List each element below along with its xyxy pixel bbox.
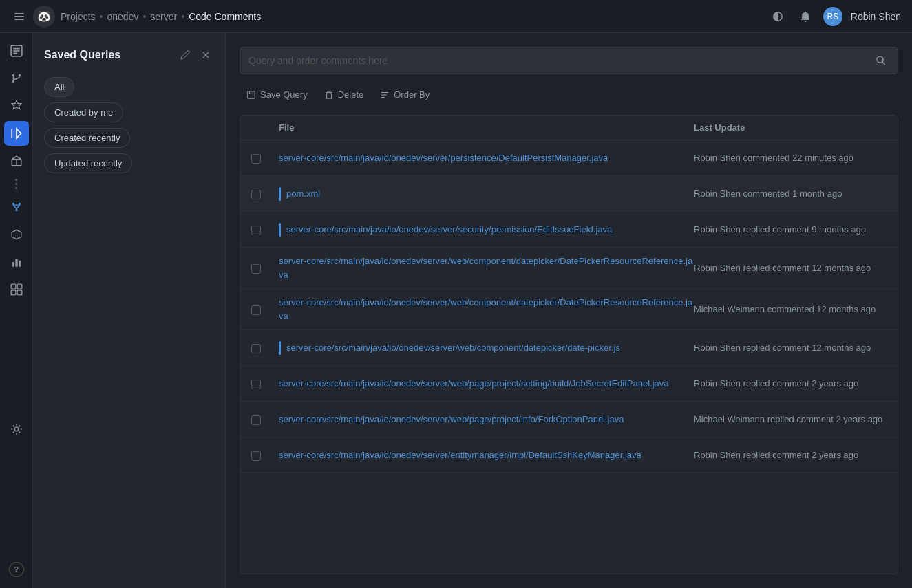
filter-section: All Created by me Created recently Updat…	[44, 77, 214, 173]
checkbox-4[interactable]	[251, 305, 261, 315]
svg-line-18	[13, 205, 17, 209]
checkbox-5[interactable]	[251, 344, 261, 353]
breadcrumb: Projects • onedev • server • Code Commen…	[61, 11, 261, 22]
file-path-4[interactable]: server-core/src/main/java/io/onedev/serv…	[279, 296, 694, 323]
svg-rect-0	[14, 13, 24, 14]
breadcrumb-projects[interactable]: Projects	[61, 11, 96, 22]
avatar[interactable]: RS	[823, 7, 842, 26]
dark-mode-toggle[interactable]	[768, 7, 787, 26]
svg-rect-22	[15, 259, 17, 267]
table-row: server-core/src/main/java/io/onedev/serv…	[240, 437, 898, 473]
file-path-1[interactable]: pom.xml	[286, 187, 320, 201]
sidebar-dots-separator	[15, 176, 17, 192]
checkbox-2[interactable]	[251, 226, 261, 235]
svg-point-7	[12, 74, 14, 76]
close-panel-button[interactable]	[198, 47, 214, 63]
sidebar-item-more-builds[interactable]	[4, 222, 29, 247]
checkbox-1[interactable]	[251, 190, 261, 199]
filter-updated-recently[interactable]: Updated recently	[44, 153, 132, 173]
file-path-5[interactable]: server-core/src/main/java/io/onedev/serv…	[286, 341, 620, 355]
navbar: 🐼 Projects • onedev • server • Code Comm…	[0, 0, 912, 33]
filter-created-by-me[interactable]: Created by me	[44, 102, 123, 122]
checkbox-0[interactable]	[251, 154, 261, 164]
sidebar-item-git[interactable]	[4, 195, 29, 219]
table-row: server-core/src/main/java/io/onedev/serv…	[240, 212, 898, 248]
row-checkbox-3	[251, 263, 279, 274]
checkbox-7[interactable]	[251, 415, 261, 425]
col-update-header: Last Update	[694, 122, 887, 133]
row-update-6: Robin Shen replied comment 2 years ago	[694, 377, 887, 391]
notifications-icon[interactable]	[796, 7, 815, 26]
row-file-8: server-core/src/main/java/io/onedev/serv…	[279, 448, 694, 462]
table-row: server-core/src/main/java/io/onedev/serv…	[240, 366, 898, 402]
user-name-label[interactable]: Robin Shen	[851, 11, 901, 22]
breadcrumb-sep-2: •	[142, 11, 146, 22]
row-file-3: server-core/src/main/java/io/onedev/serv…	[279, 254, 694, 281]
col-checkbox-header	[251, 122, 279, 133]
help-icon[interactable]: ?	[9, 562, 24, 577]
breadcrumb-sep-1: •	[100, 11, 103, 22]
save-query-label: Save Query	[260, 89, 308, 100]
order-by-button[interactable]: Order By	[373, 85, 436, 104]
breadcrumb-sep-3: •	[181, 11, 184, 22]
row-update-0: Robin Shen commented 22 minutes ago	[694, 151, 887, 165]
delete-button[interactable]: Delete	[317, 85, 371, 104]
svg-rect-21	[12, 262, 14, 267]
sidebar-item-builds[interactable]	[4, 94, 29, 118]
file-path-7[interactable]: server-core/src/main/java/io/onedev/serv…	[279, 413, 624, 426]
main-layout: ? Saved Queries All	[0, 33, 912, 588]
svg-rect-26	[11, 290, 16, 295]
sidebar-item-settings[interactable]	[4, 417, 29, 442]
sidebar-item-packages[interactable]	[4, 149, 29, 173]
sidebar-toggle[interactable]	[11, 8, 28, 25]
sidebar-item-issues[interactable]	[4, 39, 29, 63]
row-checkbox-2	[251, 224, 279, 235]
sidebar-item-dashboard[interactable]	[4, 277, 29, 302]
save-query-button[interactable]: Save Query	[240, 85, 315, 104]
file-path-3[interactable]: server-core/src/main/java/io/onedev/serv…	[279, 254, 694, 281]
svg-point-9	[18, 74, 20, 76]
search-input[interactable]	[248, 55, 873, 66]
sidebar-item-pullrequests[interactable]	[4, 66, 29, 91]
delete-label: Delete	[338, 89, 364, 100]
search-button[interactable]	[873, 52, 889, 69]
file-path-0[interactable]: server-core/src/main/java/io/onedev/serv…	[279, 151, 608, 165]
checkbox-8[interactable]	[251, 451, 261, 461]
row-checkbox-0	[251, 153, 279, 164]
svg-line-19	[17, 205, 20, 209]
filter-created-recently[interactable]: Created recently	[44, 128, 130, 148]
row-file-4: server-core/src/main/java/io/onedev/serv…	[279, 296, 694, 323]
file-path-2[interactable]: server-core/src/main/java/io/onedev/serv…	[286, 223, 612, 237]
checkbox-6[interactable]	[251, 380, 261, 389]
filter-all[interactable]: All	[44, 77, 74, 97]
panel-header: Saved Queries	[44, 47, 214, 63]
sidebar-item-code[interactable]	[4, 121, 29, 146]
file-accent-5	[279, 341, 281, 355]
row-checkbox-4	[251, 304, 279, 315]
navbar-right: RS Robin Shen	[768, 7, 901, 26]
row-update-8: Robin Shen replied comment 2 years ago	[694, 448, 887, 462]
svg-rect-34	[249, 91, 253, 94]
file-path-8[interactable]: server-core/src/main/java/io/onedev/serv…	[279, 448, 641, 462]
main-content: Save Query Delete Order By	[226, 33, 912, 588]
panel-actions	[177, 47, 214, 63]
sidebar-item-analytics[interactable]	[4, 250, 29, 274]
row-update-1: Robin Shen commented 1 month ago	[694, 187, 887, 201]
row-checkbox-1	[251, 188, 279, 199]
row-checkbox-8	[251, 450, 279, 461]
breadcrumb-current: Code Comments	[189, 11, 261, 22]
sidebar-help[interactable]: ?	[9, 556, 24, 582]
order-by-label: Order By	[394, 89, 430, 100]
row-update-7: Michael Weimann replied comment 2 years …	[694, 413, 887, 426]
row-update-2: Robin Shen replied comment 9 months ago	[694, 223, 887, 237]
left-panel: Saved Queries All Created by me Created	[33, 33, 226, 588]
row-file-5: server-core/src/main/java/io/onedev/serv…	[279, 341, 694, 355]
checkbox-3[interactable]	[251, 264, 261, 274]
svg-rect-35	[326, 92, 331, 98]
row-checkbox-5	[251, 342, 279, 353]
svg-point-28	[14, 427, 19, 431]
file-path-6[interactable]: server-core/src/main/java/io/onedev/serv…	[279, 377, 669, 391]
breadcrumb-sub[interactable]: server	[150, 11, 177, 22]
breadcrumb-repo[interactable]: onedev	[107, 11, 138, 22]
edit-queries-button[interactable]	[177, 47, 193, 63]
